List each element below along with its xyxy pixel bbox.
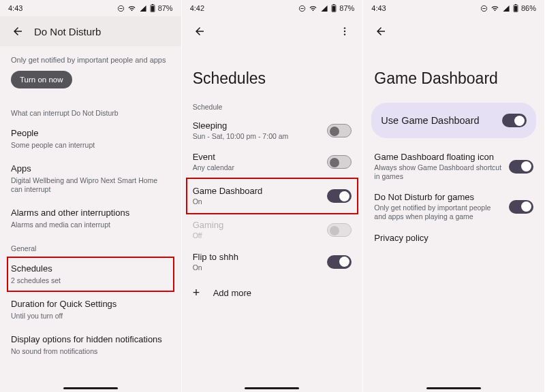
row-title: Display options for hidden notifications	[11, 334, 170, 346]
row-sub: Sun - Sat, 10:00 pm - 7:00 am	[193, 132, 322, 141]
row-title: Game Dashboard	[193, 186, 322, 196]
battery-icon	[150, 4, 155, 12]
row-title: Sleeping	[193, 120, 322, 131]
page-headline: Schedules	[182, 69, 363, 88]
svg-point-10	[344, 27, 345, 29]
row-title: Privacy policy	[374, 233, 528, 243]
signal-icon	[502, 5, 510, 12]
highlight-box: Game Dashboard On	[186, 178, 359, 214]
toggle-floating-icon[interactable]	[509, 160, 533, 174]
row-sub: On	[193, 197, 322, 206]
toggle-flip[interactable]	[327, 255, 352, 269]
row-sub: Always show Game Dashboard shortcut in g…	[374, 163, 503, 181]
battery-pct: 86%	[521, 4, 536, 12]
section-interrupt-label: What can interrupt Do Not Disturb	[11, 109, 170, 117]
page-headline: Game Dashboard	[363, 69, 544, 88]
toggle-game-dashboard[interactable]	[327, 189, 352, 203]
schedule-gaming: Gaming Off	[182, 214, 363, 246]
turn-on-now-button[interactable]: Turn on now	[11, 71, 72, 88]
hero-toggle-row[interactable]: Use Game Dashboard	[371, 103, 536, 138]
add-more-label: Add more	[213, 288, 251, 298]
intro-text: Only get notified by important people an…	[11, 46, 170, 71]
status-bar: 4:43 87%	[0, 0, 181, 16]
app-bar	[182, 16, 363, 46]
row-duration[interactable]: Duration for Quick Settings Until you tu…	[11, 292, 170, 327]
back-button[interactable]	[187, 19, 212, 44]
back-button[interactable]	[5, 19, 30, 44]
row-title: Apps	[11, 163, 170, 175]
row-dnd-games[interactable]: Do Not Disturb for games Only get notifi…	[363, 186, 544, 227]
row-title: Duration for Quick Settings	[11, 299, 170, 310]
wifi-icon	[127, 5, 136, 12]
schedule-flip-to-shhh[interactable]: Flip to shhh On	[182, 246, 363, 278]
toggle-event[interactable]	[327, 155, 352, 169]
row-title: Flip to shhh	[193, 252, 322, 262]
nav-handle[interactable]	[245, 387, 299, 389]
battery-pct: 87%	[158, 4, 173, 12]
row-sub: Only get notified by important people an…	[374, 203, 503, 221]
section-schedule-label: Schedule	[182, 103, 363, 111]
status-bar: 4:43 86%	[363, 0, 544, 16]
row-sub: Some people can interrupt	[11, 141, 170, 150]
svg-rect-16	[514, 6, 518, 12]
row-sub: Digital Wellbeing and Wipro Next Smart H…	[11, 176, 170, 194]
schedule-event[interactable]: Event Any calendar	[182, 146, 363, 178]
row-title: Do Not Disturb for games	[374, 192, 503, 202]
row-title: Gaming	[193, 220, 322, 230]
row-privacy-policy[interactable]: Privacy policy	[363, 227, 544, 248]
dnd-icon	[117, 5, 125, 12]
status-time: 4:43	[371, 4, 386, 12]
battery-icon	[513, 4, 518, 12]
more-button[interactable]	[332, 19, 357, 44]
dnd-icon	[298, 5, 306, 12]
screen-schedules: 4:42 87% Schedules Schedule Sleeping Sun…	[182, 0, 364, 392]
schedule-sleeping[interactable]: Sleeping Sun - Sat, 10:00 pm - 7:00 am	[182, 115, 363, 146]
row-sub: Alarms and media can interrupt	[11, 220, 170, 229]
toggle-sleeping[interactable]	[327, 124, 352, 137]
row-title: People	[11, 128, 170, 140]
row-sub: Any calendar	[193, 163, 322, 172]
toggle-gaming	[327, 223, 352, 237]
hero-title: Use Game Dashboard	[381, 115, 502, 126]
dnd-icon	[480, 5, 488, 12]
row-title: Schedules	[11, 263, 170, 275]
row-display-options[interactable]: Display options for hidden notifications…	[11, 327, 170, 363]
wifi-icon	[490, 5, 499, 12]
row-people[interactable]: People Some people can interrupt	[11, 121, 170, 157]
row-alarms[interactable]: Alarms and other interruptions Alarms an…	[11, 201, 170, 236]
nav-handle[interactable]	[63, 387, 118, 389]
screen-do-not-disturb: 4:43 87% Do Not Disturb Only get notifie…	[0, 0, 182, 392]
row-title: Event	[193, 152, 322, 162]
schedule-game-dashboard[interactable]: Game Dashboard On	[187, 179, 358, 213]
app-bar	[363, 16, 544, 46]
row-schedules[interactable]: Schedules 2 schedules set	[7, 257, 174, 292]
svg-point-12	[344, 33, 345, 35]
nav-handle[interactable]	[426, 387, 481, 389]
status-time: 4:43	[8, 4, 22, 12]
svg-rect-4	[151, 4, 153, 5]
svg-rect-8	[332, 6, 336, 12]
row-sub: 2 schedules set	[11, 276, 170, 285]
add-more-button[interactable]: + Add more	[182, 278, 363, 308]
svg-point-11	[344, 31, 345, 32]
signal-icon	[320, 5, 328, 12]
plus-icon: +	[193, 286, 213, 300]
signal-icon	[139, 5, 147, 12]
svg-rect-9	[333, 4, 334, 5]
screen-game-dashboard: 4:43 86% Game Dashboard Use Game Dashboa…	[363, 0, 545, 392]
row-apps[interactable]: Apps Digital Wellbeing and Wipro Next Sm…	[11, 157, 170, 201]
row-floating-icon[interactable]: Game Dashboard floating icon Always show…	[363, 146, 544, 186]
status-time: 4:42	[190, 4, 204, 12]
svg-rect-3	[151, 6, 154, 12]
toggle-dnd-games[interactable]	[509, 200, 533, 214]
row-sub: No sound from notifications	[11, 347, 170, 356]
svg-rect-17	[515, 4, 516, 5]
wifi-icon	[309, 5, 317, 12]
row-title: Game Dashboard floating icon	[374, 152, 503, 162]
battery-pct: 87%	[339, 4, 354, 12]
toggle-use-game-dashboard[interactable]	[502, 114, 527, 127]
back-button[interactable]	[369, 19, 393, 44]
row-sub: Off	[193, 231, 322, 240]
status-bar: 4:42 87%	[182, 0, 363, 16]
page-title: Do Not Disturb	[34, 26, 101, 37]
